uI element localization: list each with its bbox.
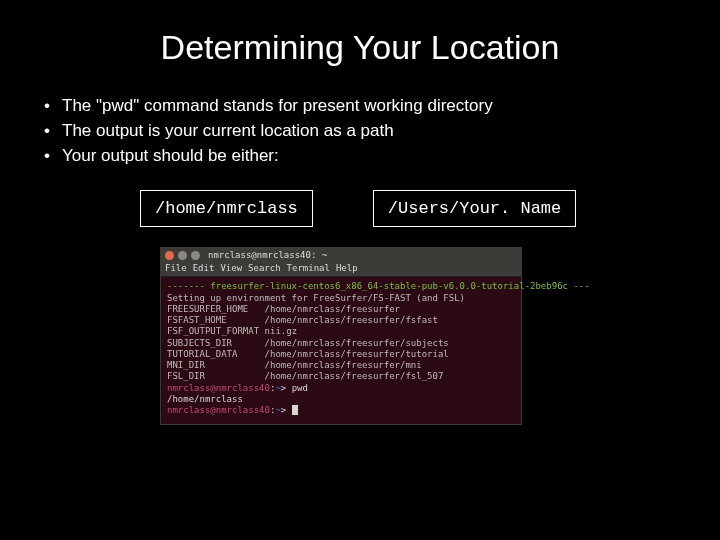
- terminal-line: MNI_DIR /home/nmrclass/freesurfer/mni: [167, 360, 515, 371]
- maximize-icon: [191, 251, 200, 260]
- bullet-item: The "pwd" command stands for present wor…: [40, 95, 720, 118]
- path-box-mac: /Users/Your. Name: [373, 190, 576, 227]
- close-icon: [165, 251, 174, 260]
- terminal-line: FSF_OUTPUT_FORMAT nii.gz: [167, 326, 515, 337]
- bullet-list: The "pwd" command stands for present wor…: [40, 95, 720, 168]
- terminal-menubar: File Edit View Search Terminal Help: [161, 263, 521, 277]
- terminal-prompt-line: nmrclass@nmrclass40:~>: [167, 405, 515, 416]
- menu-item[interactable]: Terminal: [287, 263, 330, 274]
- slide: Determining Your Location The "pwd" comm…: [0, 0, 720, 540]
- menu-item[interactable]: View: [220, 263, 242, 274]
- path-row: /home/nmrclass /Users/Your. Name: [140, 190, 720, 227]
- terminal-body[interactable]: ------- freesurfer-linux-centos6_x86_64-…: [161, 277, 521, 424]
- minimize-icon: [178, 251, 187, 260]
- menu-item[interactable]: Search: [248, 263, 281, 274]
- menu-item[interactable]: File: [165, 263, 187, 274]
- terminal-line: SUBJECTS_DIR /home/nmrclass/freesurfer/s…: [167, 338, 515, 349]
- slide-title: Determining Your Location: [0, 0, 720, 67]
- terminal-window-title: nmrclass@nmrclass40: ~: [208, 250, 327, 261]
- terminal-line: ------- freesurfer-linux-centos6_x86_64-…: [167, 281, 515, 292]
- terminal-line: FREESURFER_HOME /home/nmrclass/freesurfe…: [167, 304, 515, 315]
- menu-item[interactable]: Edit: [193, 263, 215, 274]
- terminal-output-line: /home/nmrclass: [167, 394, 515, 405]
- bullet-item: Your output should be either:: [40, 145, 720, 168]
- terminal-titlebar: nmrclass@nmrclass40: ~: [161, 248, 521, 263]
- terminal-line: FSL_DIR /home/nmrclass/freesurfer/fsl_50…: [167, 371, 515, 382]
- terminal-line: FSFAST_HOME /home/nmrclass/freesurfer/fs…: [167, 315, 515, 326]
- terminal-window: nmrclass@nmrclass40: ~ File Edit View Se…: [160, 247, 522, 426]
- cursor-icon: [292, 405, 298, 415]
- menu-item[interactable]: Help: [336, 263, 358, 274]
- path-box-linux: /home/nmrclass: [140, 190, 313, 227]
- terminal-prompt-line: nmrclass@nmrclass40:~> pwd: [167, 383, 515, 394]
- bullet-item: The output is your current location as a…: [40, 120, 720, 143]
- terminal-line: TUTORIAL_DATA /home/nmrclass/freesurfer/…: [167, 349, 515, 360]
- terminal-line: Setting up environment for FreeSurfer/FS…: [167, 293, 515, 304]
